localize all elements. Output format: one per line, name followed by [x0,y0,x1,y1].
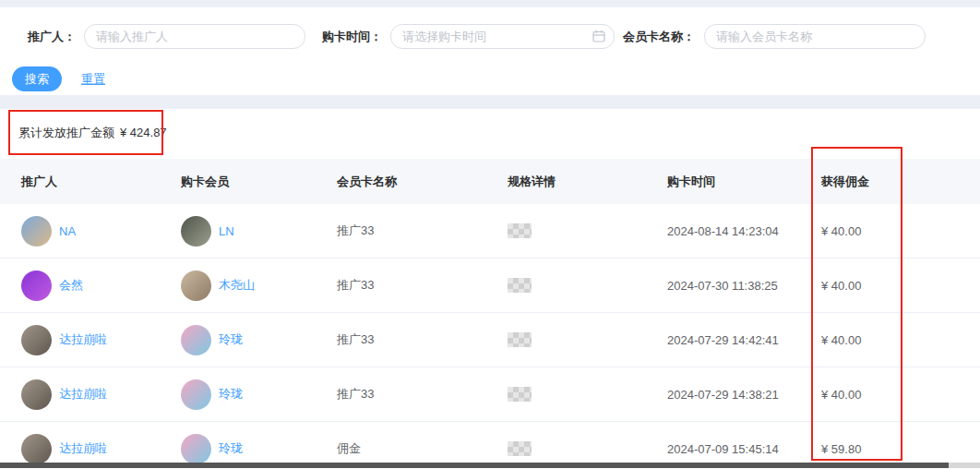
promoter-name-link[interactable]: NA [59,224,76,238]
col-header-commission: 获得佣金 [800,174,980,190]
promoter-avatar [21,434,52,464]
promoter-cell: 达拉崩啦 [0,325,160,355]
col-header-purchase-time: 购卡时间 [646,174,800,190]
buyer-avatar [181,216,211,247]
purchase-time-cell: 2024-07-29 14:42:41 [646,333,800,347]
card-name-input[interactable] [704,24,926,49]
horizontal-scrollbar-track[interactable] [0,463,980,468]
commission-cell: ¥ 40.00 [800,388,980,402]
table-row: 会然 木尧山 推广33 2024-07-30 11:38:25 ¥ 40.00 [0,259,980,313]
redacted-spec-thumbnail [508,223,532,238]
commission-cell: ¥ 40.00 [800,279,980,293]
col-header-promoter: 推广人 [0,174,160,190]
spec-detail-cell [486,223,646,238]
promoter-name-link[interactable]: 会然 [59,277,83,294]
col-header-buyer: 购卡会员 [160,174,316,190]
buyer-avatar [181,434,211,464]
promoter-name-link[interactable]: 达拉崩啦 [59,386,107,403]
purchase-time-cell: 2024-07-09 15:45:14 [646,442,800,456]
purchase-time-field-label: 购卡时间： [322,29,382,45]
card-name-cell: 推广33 [316,277,486,294]
buyer-cell: 玲珑 [160,434,316,464]
card-name-cell: 推广33 [316,386,486,403]
card-name-field-label: 会员卡名称： [623,29,695,45]
redacted-spec-thumbnail [508,278,532,293]
buyer-name-link[interactable]: 玲珑 [219,440,243,457]
buyer-name-link[interactable]: LN [219,224,234,238]
total-commission-summary: 累计发放推广金额¥ 424.87 [0,109,980,159]
buyer-avatar [181,325,211,355]
table-body: NA LN 推广33 2024-08-14 14:23:04 ¥ 40.00 会… [0,204,980,469]
promoter-avatar [21,325,52,355]
redacted-spec-thumbnail [508,387,532,402]
total-commission-label: 累计发放推广金额 [18,126,114,139]
promoter-avatar [21,216,52,247]
buyer-cell: 木尧山 [160,271,316,301]
purchase-time-input-wrap [382,24,615,49]
promoter-name-link[interactable]: 达拉崩啦 [59,331,107,348]
col-header-card-name: 会员卡名称 [316,174,486,190]
purchase-time-cell: 2024-07-29 14:38:21 [646,388,800,402]
table-row: NA LN 推广33 2024-08-14 14:23:04 ¥ 40.00 [0,204,980,259]
commission-cell: ¥ 40.00 [800,224,980,238]
table-row: 达拉崩啦 玲珑 推广33 2024-07-29 14:38:21 ¥ 40.00 [0,367,980,422]
spec-detail-cell [486,278,646,293]
buyer-avatar [181,379,211,410]
purchase-time-cell: 2024-08-14 14:23:04 [646,224,800,238]
promoter-cell: 达拉崩啦 [0,379,160,410]
commission-cell: ¥ 40.00 [800,333,980,347]
redacted-spec-thumbnail [508,441,532,456]
horizontal-scrollbar-thumb[interactable] [0,463,949,468]
filter-buttons-row: 搜索 重置 [0,66,980,91]
buyer-avatar [181,271,211,301]
calendar-icon[interactable] [592,30,605,42]
search-button[interactable]: 搜索 [12,66,62,91]
promoter-input[interactable] [84,24,305,49]
promotion-commission-page: { "colors": { "accent": "#409eff", "anno… [0,0,980,469]
reset-link[interactable]: 重置 [81,71,105,88]
card-name-cell: 推广33 [316,222,486,239]
promoter-cell: 达拉崩啦 [0,434,160,464]
spec-detail-cell [486,332,646,347]
table-row: 达拉崩啦 玲珑 推广33 2024-07-29 14:42:41 ¥ 40.00 [0,313,980,367]
buyer-cell: LN [160,216,316,247]
table-header: 推广人 购卡会员 会员卡名称 规格详情 购卡时间 获得佣金 [0,159,980,204]
buyer-name-link[interactable]: 木尧山 [219,277,255,294]
buyer-cell: 玲珑 [160,325,316,355]
buyer-name-link[interactable]: 玲珑 [219,331,243,348]
purchase-time-cell: 2024-07-30 11:38:25 [646,279,800,293]
card-name-cell: 推广33 [316,331,486,348]
redacted-spec-thumbnail [508,332,532,347]
total-commission-amount: ¥ 424.87 [120,126,167,139]
buyer-cell: 玲珑 [160,379,316,410]
purchase-time-input[interactable] [390,24,615,49]
promoter-avatar [21,379,52,410]
buyer-name-link[interactable]: 玲珑 [219,386,243,403]
promoter-name-link[interactable]: 达拉崩啦 [59,440,107,457]
search-filter-panel: 推广人： 购卡时间： 会员卡名称： 搜索 重置 [0,7,980,95]
commission-cell: ¥ 59.80 [800,442,980,456]
promoter-field-label: 推广人： [28,29,76,45]
results-panel: 累计发放推广金额¥ 424.87 推广人 购卡会员 会员卡名称 规格详情 购卡时… [0,109,980,469]
spec-detail-cell [486,441,646,456]
card-name-cell: 佣金 [316,440,486,457]
filter-fields-row: 推广人： 购卡时间： 会员卡名称： [0,7,980,49]
promoter-avatar [21,271,52,301]
promoter-cell: NA [0,216,160,247]
spec-detail-cell [486,387,646,402]
promoter-cell: 会然 [0,271,160,301]
col-header-spec-detail: 规格详情 [486,174,646,190]
